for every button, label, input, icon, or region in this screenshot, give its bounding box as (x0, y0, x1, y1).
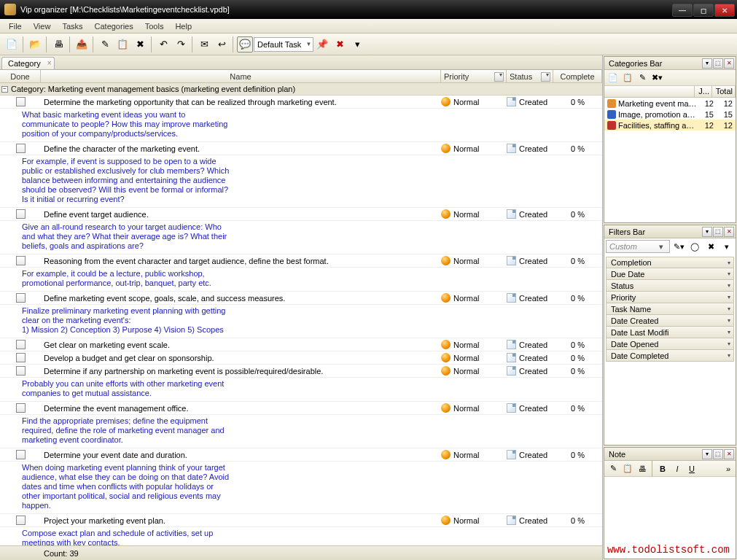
task-row[interactable]: Determine the marketing opportunity that… (0, 96, 602, 109)
minimize-button[interactable]: — (672, 4, 693, 17)
done-checkbox[interactable] (16, 450, 26, 459)
task-row[interactable]: Develop a budget and get clear on sponso… (0, 351, 602, 365)
toolbar-task-combo[interactable]: Default Task (254, 37, 313, 52)
filter-apply-button[interactable]: ✎▾ (672, 240, 685, 253)
toolbar-undo[interactable]: ↶ (155, 36, 171, 52)
complete-pct: 0 % (553, 341, 602, 349)
menu-view[interactable]: View (28, 20, 57, 32)
toolbar-copy[interactable]: 📋 (114, 36, 130, 52)
priority-icon (441, 353, 451, 362)
done-checkbox[interactable] (16, 353, 26, 362)
filter-row[interactable]: Date Last Modifi (606, 327, 734, 338)
panel-menu-button[interactable]: ▾ (702, 449, 712, 459)
maximize-button[interactable]: ◻ (693, 4, 714, 17)
done-checkbox[interactable] (16, 340, 26, 349)
note-underline-button[interactable]: U (685, 462, 698, 475)
toolbar-print[interactable]: 🖶 (50, 36, 66, 52)
toolbar-reply[interactable]: ↩ (214, 36, 230, 52)
filter-row[interactable]: Due Date (606, 268, 734, 280)
filters-title: Filters Bar (606, 228, 701, 236)
tab-category[interactable]: Category (1, 57, 55, 69)
done-checkbox[interactable] (16, 366, 26, 376)
toolbar-open[interactable]: 📂 (27, 36, 43, 52)
category-item[interactable]: Facilities, staffing and tr1212 (604, 120, 736, 131)
column-name[interactable]: Name (41, 70, 441, 82)
panel-menu-button[interactable]: ▾ (702, 58, 712, 69)
task-row[interactable]: Determine your event date and duration.N… (0, 448, 602, 462)
note-edit-button[interactable]: ✎ (607, 462, 620, 475)
column-status[interactable]: Status (507, 70, 553, 82)
task-row[interactable]: Get clear on marketing event scale.Norma… (0, 338, 602, 351)
filter-delete-button[interactable]: ✖ (704, 240, 717, 253)
priority-icon (441, 209, 451, 219)
note-italic-button[interactable]: I (671, 462, 684, 475)
menu-categories[interactable]: Categories (89, 20, 139, 32)
task-row[interactable]: Define the character of the marketing ev… (0, 142, 602, 155)
task-row[interactable]: Project your marketing event plan.Normal… (0, 514, 602, 527)
filter-clear-button[interactable]: ◯ (688, 240, 701, 253)
toolbar-new-dropdown[interactable]: 📄 (4, 36, 20, 52)
category-item[interactable]: Marketing event manage1212 (604, 98, 736, 109)
note-print-button[interactable]: 🖶 (636, 462, 649, 475)
task-row[interactable]: Determine if any partnership on marketin… (0, 365, 602, 378)
menu-tasks[interactable]: Tasks (56, 20, 88, 32)
toolbar-clear[interactable]: ✖ (332, 36, 348, 52)
toolbar-redo[interactable]: ↷ (173, 36, 189, 52)
collapse-icon[interactable]: − (1, 86, 8, 93)
close-button[interactable]: ✕ (714, 4, 735, 17)
panel-pin-button[interactable]: ⬚ (713, 227, 723, 237)
toolbar-export[interactable]: 📤 (74, 36, 90, 52)
cat-edit-button[interactable]: ✎ (636, 71, 649, 85)
column-complete[interactable]: Complete (553, 70, 602, 82)
panel-pin-button[interactable]: ⬚ (713, 58, 723, 69)
cat-new-button[interactable]: 📄 (607, 71, 620, 85)
priority-label: Normal (453, 210, 479, 219)
filter-row[interactable]: Date Completed (606, 350, 734, 362)
note-expand-button[interactable]: » (722, 462, 735, 475)
toolbar-dropdown[interactable]: ▾ (349, 36, 365, 52)
note-bold-button[interactable]: B (656, 462, 669, 475)
category-row[interactable]: −Category: Marketing event management ba… (0, 83, 602, 96)
filter-row[interactable]: Date Opened (606, 338, 734, 350)
cat-tree-button[interactable]: 📋 (621, 71, 634, 85)
toolbar-delete[interactable]: ✖ (132, 36, 148, 52)
task-row[interactable]: Reasoning from the event character and t… (0, 254, 602, 268)
done-checkbox[interactable] (16, 97, 26, 106)
task-row[interactable]: Define event target audience.NormalCreat… (0, 208, 602, 221)
panel-close-button[interactable]: ✕ (724, 58, 734, 69)
done-checkbox[interactable] (16, 403, 26, 413)
menu-tools[interactable]: Tools (139, 20, 170, 32)
cat-delete-button[interactable]: ✖▾ (650, 71, 663, 85)
panel-close-button[interactable]: ✕ (724, 227, 734, 237)
panel-menu-button[interactable]: ▾ (702, 227, 712, 237)
done-checkbox[interactable] (16, 293, 26, 303)
filter-row[interactable]: Date Created (606, 315, 734, 327)
task-note: Finalize preliminary marketing event pla… (0, 305, 602, 338)
filter-preset-combo[interactable]: Custom▾ (606, 240, 670, 253)
done-checkbox[interactable] (16, 256, 26, 265)
done-checkbox[interactable] (16, 209, 26, 219)
note-copy-button[interactable]: 📋 (621, 462, 634, 475)
toolbar-email[interactable]: ✉ (196, 36, 212, 52)
menu-bar: FileViewTasksCategoriesToolsHelp (0, 19, 737, 34)
panel-pin-button[interactable]: ⬚ (713, 449, 723, 459)
menu-help[interactable]: Help (169, 20, 198, 32)
panel-close-button[interactable]: ✕ (724, 449, 734, 459)
toolbar-comment[interactable]: 💬 (237, 36, 253, 52)
task-row[interactable]: Define marketing event scope, goals, sca… (0, 292, 602, 305)
done-checkbox[interactable] (16, 516, 26, 525)
column-done[interactable]: Done (0, 70, 41, 82)
filter-row[interactable]: Completion (606, 257, 734, 268)
column-priority[interactable]: Priority (441, 70, 507, 82)
menu-file[interactable]: File (3, 20, 28, 32)
toolbar-pin[interactable]: 📌 (314, 36, 330, 52)
done-checkbox[interactable] (16, 144, 26, 153)
category-item[interactable]: Image, promotion and P1515 (604, 109, 736, 120)
task-row[interactable]: Determine the event management office.No… (0, 402, 602, 415)
status-label: Created (519, 404, 547, 413)
filter-row[interactable]: Status (606, 280, 734, 292)
toolbar-edit[interactable]: ✎ (97, 36, 113, 52)
filter-row[interactable]: Priority (606, 292, 734, 303)
filter-row[interactable]: Task Name (606, 303, 734, 315)
filter-more-button[interactable]: ▾ (720, 240, 733, 253)
